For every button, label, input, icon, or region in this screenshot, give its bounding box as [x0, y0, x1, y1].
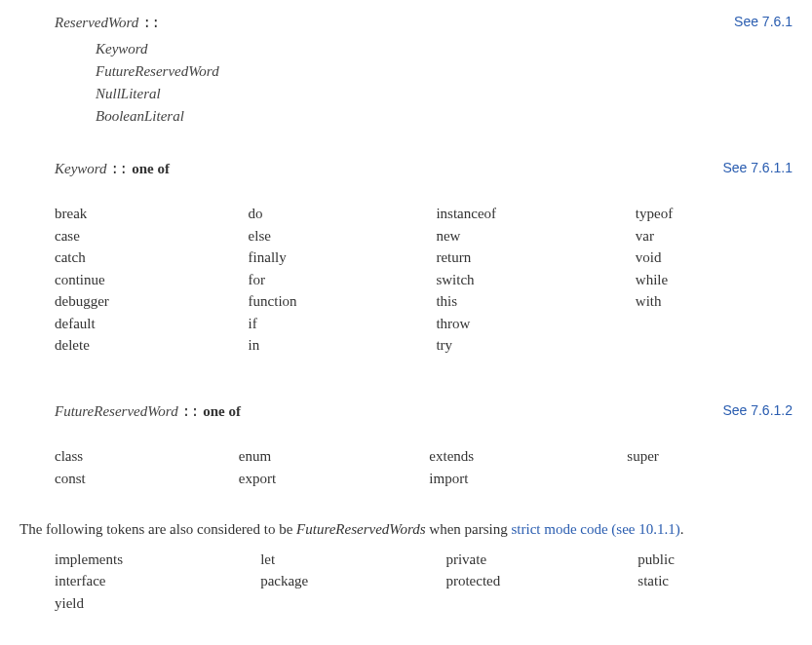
- keyword-cell: super: [627, 445, 793, 468]
- keyword-cell: class: [55, 445, 219, 468]
- keyword-cell: let: [260, 549, 426, 571]
- keyword-cell: protected: [445, 570, 618, 592]
- keyword-cell: default: [55, 313, 229, 335]
- keyword-cell: function: [249, 290, 417, 313]
- alt: NullLiteral: [96, 83, 793, 105]
- keyword-cell: throw: [436, 313, 615, 335]
- keyword-cell: public: [638, 549, 793, 571]
- keyword-cell: instanceof: [436, 203, 615, 225]
- keyword-cell: implements: [55, 549, 241, 571]
- sep-reserved: ::: [142, 16, 160, 32]
- keyword-cell: in: [249, 334, 417, 357]
- keyword-cell: do: [249, 203, 417, 225]
- strict-paragraph: The following tokens are also considered…: [19, 518, 793, 541]
- keyword-table: breakdoinstanceoftypeofcaseelsenewvarcat…: [55, 203, 793, 357]
- rule-head-future: FutureReservedWord :: one of: [55, 400, 793, 425]
- lhs-reserved: ReservedWord: [55, 15, 138, 30]
- keyword-cell: private: [445, 549, 618, 571]
- lhs-keyword: Keyword: [55, 161, 107, 176]
- future-table: classenumextendssuperconstexportimport: [55, 445, 793, 489]
- keyword-cell: else: [249, 225, 417, 247]
- keyword-cell: [636, 313, 793, 335]
- keyword-cell: with: [636, 290, 793, 313]
- keyword-cell: break: [55, 203, 229, 225]
- keyword-cell: export: [239, 468, 410, 490]
- sep-keyword: ::: [110, 162, 128, 178]
- para-ital: FutureReservedWords: [296, 521, 425, 537]
- keyword-cell: static: [638, 570, 793, 592]
- keyword-cell: return: [436, 247, 615, 269]
- keyword-cell: const: [55, 468, 219, 490]
- keyword-cell: typeof: [636, 203, 793, 225]
- keyword-cell: [636, 334, 793, 357]
- keyword-cell: import: [429, 468, 607, 490]
- keyword-cell: package: [260, 570, 426, 592]
- keyword-cell: catch: [55, 247, 229, 269]
- alt: Keyword: [96, 38, 793, 60]
- lhs-future: FutureReservedWord: [55, 403, 178, 419]
- see-link-reserved[interactable]: See 7.6.1: [734, 12, 793, 32]
- keyword-cell: yield: [55, 592, 241, 615]
- para-mid: when parsing: [426, 521, 512, 537]
- keyword-cell: [638, 592, 793, 615]
- strict-mode-link[interactable]: strict mode code (see 10.1.1): [511, 521, 679, 537]
- keyword-cell: this: [436, 290, 615, 313]
- keyword-cell: switch: [436, 269, 615, 291]
- see-link-keyword[interactable]: See 7.6.1.1: [722, 158, 793, 178]
- keyword-cell: interface: [55, 570, 241, 592]
- keyword-cell: if: [249, 313, 417, 335]
- strict-table: implementsletprivatepublicinterfacepacka…: [55, 549, 793, 615]
- para-prefix: The following tokens are also considered…: [19, 521, 296, 537]
- para-suffix: .: [680, 521, 684, 537]
- alt: FutureReservedWord: [96, 60, 793, 83]
- keyword-cell: new: [436, 225, 615, 247]
- reserved-word-section: See 7.6.1 ReservedWord :: Keyword Future…: [19, 12, 793, 129]
- keyword-cell: [627, 468, 793, 490]
- keyword-cell: case: [55, 225, 229, 247]
- alts-reserved: Keyword FutureReservedWord NullLiteral B…: [96, 38, 793, 129]
- keyword-cell: debugger: [55, 290, 229, 313]
- keyword-cell: extends: [429, 445, 607, 468]
- keyword-cell: [445, 592, 618, 615]
- keyword-section: See 7.6.1.1 Keyword :: one of breakdoins…: [19, 158, 793, 357]
- keyword-cell: for: [249, 269, 417, 291]
- sep-future: ::: [181, 404, 199, 421]
- one-of-future: one of: [203, 403, 241, 419]
- alt: BooleanLiteral: [96, 105, 793, 128]
- keyword-cell: enum: [239, 445, 410, 468]
- see-link-future[interactable]: See 7.6.1.2: [722, 400, 793, 421]
- rule-head-keyword: Keyword :: one of: [55, 158, 793, 182]
- keyword-cell: var: [636, 225, 793, 247]
- keyword-cell: continue: [55, 269, 229, 291]
- keyword-cell: while: [636, 269, 793, 291]
- one-of-keyword: one of: [132, 161, 170, 176]
- keyword-cell: finally: [249, 247, 417, 269]
- future-section: See 7.6.1.2 FutureReservedWord :: one of…: [19, 400, 793, 490]
- keyword-cell: try: [436, 334, 615, 357]
- keyword-cell: [260, 592, 426, 615]
- rule-head-reserved: ReservedWord ::: [55, 12, 793, 36]
- keyword-cell: void: [636, 247, 793, 269]
- keyword-cell: delete: [55, 334, 229, 357]
